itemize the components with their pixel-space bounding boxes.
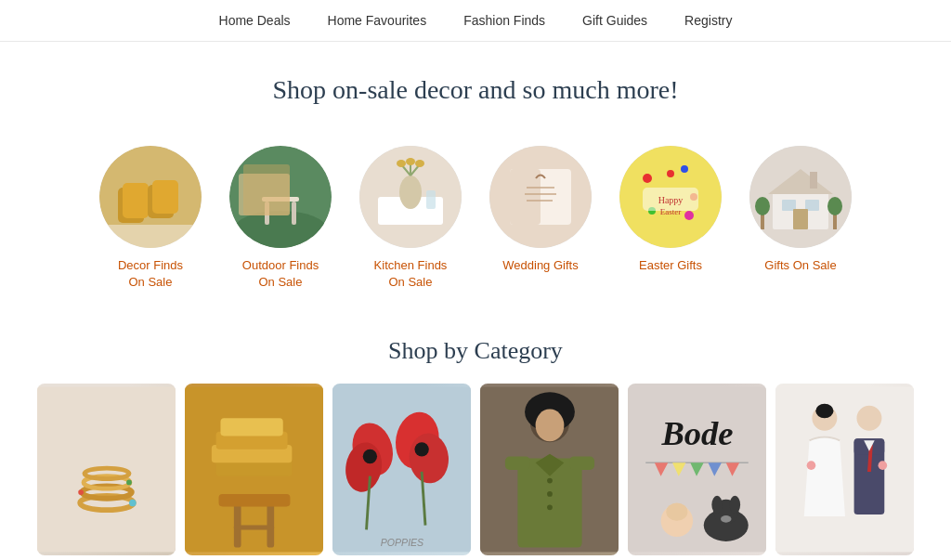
svg-point-82: [547, 478, 553, 484]
svg-point-56: [129, 500, 137, 507]
circle-outdoor-img: [229, 146, 332, 248]
circle-gifts-on-sale[interactable]: Gifts On Sale: [749, 146, 852, 291]
svg-point-16: [399, 176, 422, 209]
svg-rect-46: [810, 172, 817, 189]
weddings-icon: [775, 384, 914, 555]
svg-rect-2: [123, 183, 149, 218]
svg-rect-45: [793, 209, 808, 229]
category-home-living-img: [185, 384, 323, 555]
svg-point-100: [730, 496, 741, 514]
circle-easter-label: Easter Gifts: [639, 257, 702, 274]
category-jewellery-img: [37, 384, 176, 555]
circle-easter-img: Happy Easter: [619, 146, 722, 248]
category-grid-row1: Jewellery Home: [19, 384, 932, 560]
svg-rect-23: [426, 190, 436, 209]
category-weddings-img: [775, 384, 914, 555]
svg-point-20: [397, 160, 406, 167]
hero-section: Shop on-sale decor and so much more!: [0, 42, 951, 124]
circle-wedding-label: Wedding Gifts: [502, 257, 578, 274]
svg-point-13: [229, 146, 332, 248]
svg-point-50: [827, 197, 842, 215]
svg-point-101: [721, 515, 732, 523]
nav-home-favourites[interactable]: Home Favourites: [328, 13, 427, 28]
circle-wedding-gifts[interactable]: Wedding Gifts: [489, 146, 592, 291]
circle-kitchen-finds[interactable]: Kitchen FindsOn Sale: [359, 146, 462, 291]
circle-gifts-img: [749, 146, 852, 248]
category-section: Shop by Category Jewellery: [0, 328, 951, 560]
svg-point-21: [406, 158, 415, 165]
circle-outdoor-label: Outdoor FindsOn Sale: [242, 257, 319, 291]
category-weddings[interactable]: Weddings: [775, 384, 914, 560]
svg-text:Bode: Bode: [660, 414, 733, 452]
nav-registry[interactable]: Registry: [684, 13, 732, 28]
category-art-collectibles[interactable]: POPPIES Art & Collectibles: [332, 384, 471, 560]
circle-kitchen-img: [359, 146, 462, 248]
svg-point-110: [807, 462, 816, 471]
circle-easter-gifts[interactable]: Happy Easter Easter Gifts: [619, 146, 722, 291]
svg-point-105: [856, 406, 881, 431]
svg-point-71: [363, 449, 377, 463]
wedding-circle-icon: [489, 146, 592, 248]
circle-decor-finds[interactable]: Decor FindsOn Sale: [99, 146, 202, 291]
circles-section: Decor FindsOn Sale Outdoor FindsOn Sale: [0, 124, 951, 328]
svg-point-74: [414, 443, 428, 457]
svg-rect-102: [775, 387, 914, 553]
gifts-circle-icon: [749, 146, 852, 248]
svg-rect-66: [220, 419, 282, 436]
circle-outdoor-finds[interactable]: Outdoor FindsOn Sale: [229, 146, 332, 291]
svg-point-104: [815, 404, 833, 418]
circle-wedding-img: [489, 146, 592, 248]
category-baby-img: Bode: [628, 384, 766, 555]
category-clothing[interactable]: Clothing: [480, 384, 619, 560]
nav-fashion-finds[interactable]: Fashion Finds: [463, 13, 545, 28]
svg-rect-62: [234, 526, 274, 530]
svg-point-79: [536, 410, 565, 442]
svg-text:Happy: Happy: [658, 195, 684, 205]
svg-text:POPPIES: POPPIES: [381, 537, 423, 548]
baby-icon: Bode: [628, 384, 766, 555]
outdoor-circle-icon: [229, 146, 332, 248]
jewellery-icon: [37, 384, 176, 555]
svg-point-96: [666, 503, 687, 521]
svg-rect-67: [219, 494, 291, 506]
svg-point-99: [711, 496, 723, 514]
home-living-icon: [185, 384, 323, 555]
circle-decor-label: Decor FindsOn Sale: [118, 257, 183, 291]
svg-rect-85: [505, 457, 530, 470]
svg-point-35: [684, 211, 694, 220]
category-heading: Shop by Category: [19, 337, 932, 365]
hero-heading: Shop on-sale decor and so much more!: [19, 75, 932, 105]
svg-point-111: [879, 462, 888, 471]
main-nav: Home Deals Home Favourites Fashion Finds…: [0, 0, 951, 42]
svg-text:Easter: Easter: [660, 207, 682, 216]
clothing-icon: [480, 384, 619, 555]
svg-point-32: [681, 165, 688, 173]
nav-home-deals[interactable]: Home Deals: [219, 13, 291, 28]
svg-point-84: [547, 505, 553, 511]
decor-circle-icon: [99, 146, 202, 248]
kitchen-circle-icon: [359, 146, 462, 248]
svg-point-57: [78, 490, 84, 496]
svg-point-36: [667, 170, 674, 177]
category-home-living[interactable]: Home & Living: [185, 384, 323, 560]
category-baby[interactable]: Bode: [628, 384, 766, 560]
category-art-img: POPPIES: [332, 384, 471, 555]
svg-point-31: [643, 174, 652, 183]
circle-decor-img: [99, 146, 202, 248]
art-icon: POPPIES: [332, 384, 471, 555]
svg-rect-86: [569, 457, 594, 470]
easter-circle-icon: Happy Easter: [619, 146, 722, 248]
category-jewellery[interactable]: Jewellery: [37, 384, 176, 560]
category-clothing-img: [480, 384, 619, 555]
circle-gifts-label: Gifts On Sale: [764, 257, 836, 274]
svg-point-83: [547, 491, 553, 497]
svg-point-22: [415, 160, 424, 167]
svg-rect-4: [152, 180, 178, 214]
svg-rect-5: [99, 225, 202, 248]
nav-gift-guides[interactable]: Gift Guides: [582, 13, 647, 28]
svg-point-48: [755, 197, 770, 215]
svg-point-58: [126, 480, 132, 486]
circle-kitchen-label: Kitchen FindsOn Sale: [374, 257, 448, 291]
